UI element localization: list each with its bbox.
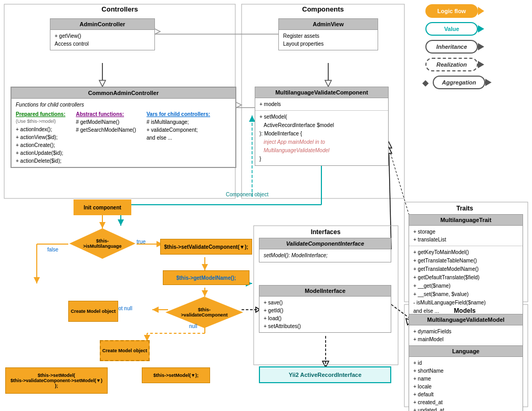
multilanguage-component-box: MultilanguageValidateComponent + models … [255,87,389,166]
setmodel-label: + setModel( [259,113,384,121]
yii2-interface-box: Yii2 ActiveRecordInterface [259,366,391,383]
multilanguage-validate-model-box: MultilanguageValidateModel + dynamicFiel… [409,314,523,346]
setmodel-param: ActiveRecordInterface $model [259,121,384,130]
legend-realization-arrowhead [478,61,484,68]
multilanguage-component-body: + models [255,98,388,110]
set-model-2-label: $this->setModel(▼); [153,373,199,378]
yii2-interface-header: Yii2 ActiveRecordInterface [260,367,390,382]
multilanguage-trait-props: + storage + translateList [409,226,523,246]
prepared-m4: + actionUpdate($id); [16,149,65,157]
components-section-label: Components [242,5,404,13]
component-object-label: Component object [226,192,268,197]
language-box: Language + id + shortName + name + local… [409,345,523,411]
prepared-label: Prepared functions: [16,110,65,118]
admin-controller-method-2: Access control [55,40,150,48]
is-multilanguage-label: $this->isMultilanguage [69,238,135,249]
legend-realization-label: Realization [436,61,467,68]
legend-value-label: Value [444,26,460,32]
admin-view-box: AdminView Register assets Layout propert… [278,18,378,50]
common-admin-controller-box: CommonAdminController Functions for chil… [11,87,236,168]
create-model-object-1: Create Model object [68,301,118,322]
admin-controller-box: AdminController + getView() Access contr… [50,18,155,50]
common-admin-header: CommonAdminController [12,88,235,99]
model-prop-2: + mainModel [413,335,518,343]
validate-component-interface-body: setModel(): ModelInterface; [259,249,391,262]
lang-prop-3: + name [413,375,518,383]
abstract-functions-col: Abstract functions: # getModelName() # g… [76,110,136,165]
diagram-container: Controllers Components AdminController +… [0,0,532,411]
model-interface-box: ModelInterface + save() + getId() + load… [259,285,391,333]
set-validate-component-label: $this->setValidateComponent(▼); [164,244,248,250]
component-models: + models [259,100,384,108]
legend-inheritance-arrow: Inheritance [425,40,478,54]
lang-prop-7: + updated_at [413,406,518,411]
legend-aggregation-label: Aggregation [442,79,476,86]
trait-m3: + getTranslateModelName() [413,265,518,273]
trait-m2: + getTranslateTableName() [413,257,518,265]
create-model-1-label: Create Model object [71,309,116,314]
legend-value-arrow: Value [425,22,478,36]
set-model-1-label: $this->setModel($this->validateComponent… [11,373,102,388]
legend-inheritance-arrowhead [478,43,484,50]
prepared-m1: + actionIndex(); [16,125,65,133]
set-validate-component-box: $this->setValidateComponent(▼); [160,239,252,255]
set-model-2-box: $this->setModel(▼); [142,367,210,383]
admin-view-header: AdminView [279,19,378,30]
svg-marker-24 [202,290,208,297]
multilanguage-component-setmodel: + setModel( ActiveRecordInterface $model… [255,110,388,165]
setmodel-close: } [259,155,384,163]
true-label: true [137,239,145,245]
lang-prop-1: + id [413,359,518,367]
legend-realization-item: Realization [425,58,528,71]
setmodel-return: ): ModelInterface { [259,130,384,138]
admin-controller-method-1: + getView() [55,32,150,40]
legend-aggregation-arrowhead [485,79,492,86]
model-prop-1: + dynamicFields [413,328,518,335]
prepared-note: (Use $this->model) [16,118,65,125]
controllers-section-label: Controllers [4,5,235,13]
admin-controller-header: AdminController [50,19,154,30]
model-interface-header: ModelInterface [259,286,391,297]
svg-marker-22 [202,264,208,270]
create-model-2-label: Create Model object [102,348,148,353]
svg-marker-20 [34,277,40,283]
svg-marker-3 [99,80,106,87]
prepared-m3: + actionCreate(); [16,141,65,149]
abstract-m2: # getSearchModelName() [76,126,136,134]
init-component-label: Init component [84,205,121,210]
trait-m6: + __set($name, $value) [413,290,518,299]
admin-controller-body: + getView() Access control [50,30,154,50]
init-component-box: Init component [74,199,131,215]
svg-marker-15 [99,222,106,228]
legend-logic-arrow: Logic flow [425,4,478,18]
prepared-m5: + actionDelete($id); [16,157,65,165]
model-interface-body: + save() + getId() + load() + setAttribu… [259,297,391,332]
legend-value-item: Value [425,22,528,36]
validate-component-label: $this->validateComponent [165,307,243,318]
vars-label: Vars for child controllers: [147,110,210,118]
setmodel-note: inject App mainModel in to Multilanguage… [259,138,384,155]
abstract-label: Abstract functions: [76,110,136,118]
admin-view-body: Register assets Layout properties [279,30,378,50]
model-iface-m4: + setAttributes() [264,322,387,330]
traits-section-label: Traits [404,203,525,214]
lang-prop-2: + shortName [413,367,518,375]
prepared-m2: + actionView($id); [16,133,65,141]
prepared-functions-col: Prepared functions: (Use $this->model) +… [16,110,65,165]
trait-m1: + getKeyToMainModel() [413,248,518,257]
get-model-name-box: $this->getModelName(); [163,270,249,285]
multilanguage-validate-model-header: MultilanguageValidateModel [409,314,523,325]
legend-inheritance-label: Inheritance [436,44,467,50]
legend-panel: Logic flow Value Inheritance Realization [425,4,528,93]
lang-prop-6: + created_at [413,398,518,406]
validate-component-interface-header: ValidateComponentInterface [259,238,391,249]
false-label: false [47,247,58,252]
abstract-m1: # getModelName() [76,118,136,126]
vars-m1: # isMultilanguage; [147,118,210,126]
language-header: Language [409,346,523,357]
model-iface-m2: + getId() [264,307,387,314]
lang-prop-4: + locale [413,383,518,391]
legend-realization-arrow: Realization [425,58,478,71]
multilanguage-trait-header: MultilanguageTrait [409,215,523,226]
validate-component-diamond: $this->validateComponent [165,297,243,328]
